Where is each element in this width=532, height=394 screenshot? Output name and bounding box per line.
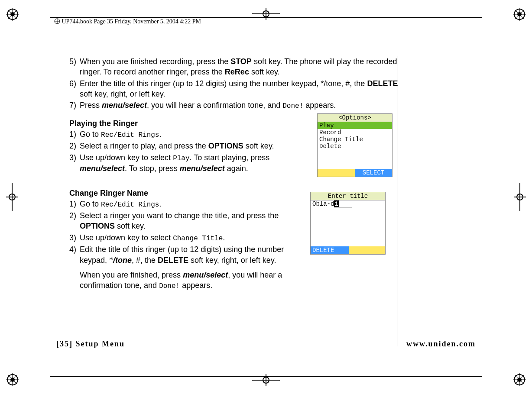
rename-step-3: 3)Use up/down key to select Change Title… (69, 233, 303, 244)
play-step-2: 2)Select a ringer to play, and press the… (69, 141, 303, 151)
lcd-softkey-right-blank (349, 246, 385, 254)
registration-mark-tr (513, 8, 526, 21)
step-index: 1) (69, 129, 80, 139)
lcd-softkey-delete: DELETE (311, 246, 349, 254)
book-icon (54, 18, 60, 24)
lcd-title: <Options> (318, 114, 392, 122)
crop-cross-left (6, 183, 18, 211)
bottom-rule (50, 376, 482, 377)
lcd-option-change-title: Change Title (318, 136, 392, 143)
step-index: 5) (69, 56, 80, 67)
step-index: 4) (69, 244, 80, 255)
footer-right: www.uniden.com (406, 339, 476, 349)
play-step-3: 3)Use up/down key to select Play. To sta… (69, 152, 303, 174)
star-key: * (109, 256, 113, 265)
step-index: 2) (69, 210, 80, 221)
rename-step-1: 1)Go to Rec/Edit Rings. (69, 199, 303, 210)
change-title-lcd: Change Title (173, 235, 223, 242)
lcd-title-entry: Obla-di (311, 200, 385, 207)
step-7: 7)Press menu/select, you will hear a con… (69, 100, 399, 111)
crop-cross-right (514, 183, 526, 211)
menu-select-key: menu/select (183, 271, 228, 279)
step-index: 3) (69, 233, 80, 243)
play-lcd: Play (173, 155, 189, 162)
header-text: UP744.book Page 35 Friday, November 5, 2… (62, 18, 201, 25)
registration-mark-bl (6, 373, 19, 386)
menu-select-key: menu/select (180, 164, 225, 173)
step-5: 5)When you are finished recording, press… (69, 56, 399, 78)
rec-edit-rings-lcd: Rec/Edit Rings (101, 201, 159, 209)
step-index: 7) (69, 100, 80, 110)
lcd-enter-title-screenshot: Enter title Obla-di DELETE (310, 192, 386, 255)
lcd-softkey-left-blank (318, 169, 355, 177)
lcd-underline (339, 201, 352, 207)
top-rule (50, 17, 482, 18)
rename-step-4: 4)Edit the title of this ringer (up to 1… (69, 244, 303, 265)
footer-left: [35] Setup Menu (56, 339, 125, 349)
step-index: 3) (69, 152, 80, 163)
lcd-option-record: Record (318, 129, 392, 136)
lcd-entry-text: Obla-d (312, 200, 334, 207)
rec-edit-rings-lcd: Rec/Edit Rings (101, 131, 159, 139)
done-lcd-text: Done! (159, 282, 180, 290)
lcd-softkey-select: SELECT (355, 169, 392, 177)
rerec-softkey-label: ReRec (225, 68, 249, 76)
options-softkey-label: OPTIONS (208, 142, 243, 150)
step-index: 6) (69, 78, 80, 89)
options-softkey-label: OPTIONS (80, 222, 115, 230)
crop-cross-top (252, 8, 280, 20)
stop-softkey-label: STOP (230, 57, 252, 66)
done-lcd-text: Done! (282, 102, 303, 110)
menu-select-key: menu/select (80, 164, 125, 173)
menu-select-key: menu/select (102, 101, 147, 110)
step-6: 6)Enter the title of this ringer (up to … (69, 78, 399, 100)
rename-step-2: 2)Select a ringer you want to change the… (69, 210, 303, 232)
play-step-1: 1)Go to Rec/Edit Rings. (69, 129, 303, 140)
lcd-title: Enter title (311, 192, 385, 200)
step-index: 1) (69, 199, 80, 209)
page-footer: [35] Setup Menu www.uniden.com (56, 339, 476, 352)
step-index: 2) (69, 141, 80, 151)
lcd-options-screenshot: <Options> Play Record Change Title Delet… (317, 113, 393, 177)
lcd-option-delete: Delete (318, 143, 392, 150)
delete-softkey-label: DELETE (367, 79, 398, 88)
framemaker-header: UP744.book Page 35 Friday, November 5, 2… (54, 18, 201, 25)
registration-mark-tl (6, 8, 19, 21)
lcd-option-play: Play (318, 122, 392, 129)
registration-mark-br (513, 373, 526, 386)
tone-key: /tone (113, 256, 132, 265)
lcd-cursor: i (334, 200, 338, 207)
rename-finish: When you are finished, press menu/select… (69, 270, 303, 291)
delete-softkey-label: DELETE (158, 256, 188, 265)
